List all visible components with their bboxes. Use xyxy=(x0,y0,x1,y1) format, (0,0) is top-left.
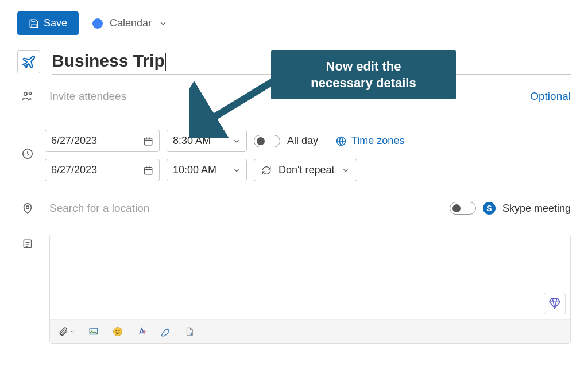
globe-icon xyxy=(335,135,347,147)
end-date-value: 6/27/2023 xyxy=(51,164,136,176)
save-label: Save xyxy=(44,17,67,29)
svg-point-13 xyxy=(26,206,29,209)
emoji-button[interactable] xyxy=(112,326,123,337)
template-button[interactable] xyxy=(184,326,195,337)
font-color-icon xyxy=(136,326,148,337)
chevron-down-icon xyxy=(233,137,241,145)
toggle-knob xyxy=(257,137,265,145)
callout-line1: Now edit the xyxy=(283,59,444,75)
skype-section: S Skype meeting xyxy=(450,202,571,215)
chevron-down-icon xyxy=(233,166,241,174)
tutorial-arrow xyxy=(189,75,281,138)
location-input[interactable]: Search for a location xyxy=(49,202,450,215)
save-button[interactable]: Save xyxy=(17,11,79,35)
end-datetime-line: 6/27/2023 10:00 AM Don't repeat xyxy=(45,159,571,181)
attendees-icon xyxy=(17,90,38,103)
skype-toggle[interactable] xyxy=(450,202,476,215)
time-zones-label: Time zones xyxy=(351,135,404,147)
svg-rect-9 xyxy=(144,167,152,174)
repeat-label: Don't repeat xyxy=(278,164,335,176)
description-icon xyxy=(17,235,38,250)
svg-point-21 xyxy=(116,330,117,331)
location-icon xyxy=(17,202,38,215)
all-day-label: All day xyxy=(287,135,318,147)
svg-line-25 xyxy=(204,81,273,123)
emoji-icon xyxy=(112,326,123,337)
calendar-icon xyxy=(143,165,153,176)
event-title-text: Business Trip xyxy=(52,51,165,70)
datetime-section: 6/27/2023 8:30 AM All day Time zones 6/2… xyxy=(0,122,588,186)
svg-point-20 xyxy=(114,327,122,336)
font-color-button[interactable] xyxy=(136,326,148,337)
airplane-icon xyxy=(21,54,36,69)
chevron-down-icon xyxy=(69,329,75,334)
chevron-down-icon xyxy=(342,166,350,174)
start-date-input[interactable]: 6/27/2023 xyxy=(45,130,160,152)
start-date-value: 6/27/2023 xyxy=(51,135,136,147)
svg-point-0 xyxy=(24,92,28,96)
page-icon xyxy=(184,326,195,337)
diamond-icon xyxy=(548,297,561,310)
attach-button[interactable] xyxy=(58,326,75,337)
location-row: Search for a location S Skype meeting xyxy=(0,197,588,223)
image-button[interactable] xyxy=(88,326,99,337)
callout-line2: necessary details xyxy=(283,75,444,92)
clock-icon xyxy=(17,147,38,160)
chevron-down-icon xyxy=(158,19,168,28)
diamond-button[interactable] xyxy=(544,293,566,314)
time-zones-button[interactable]: Time zones xyxy=(335,135,404,147)
tutorial-callout: Now edit the necessary details xyxy=(271,50,456,99)
end-time-input[interactable]: 10:00 AM xyxy=(167,159,247,181)
end-date-input[interactable]: 6/27/2023 xyxy=(45,159,160,181)
image-icon xyxy=(88,326,99,337)
calendar-picker[interactable]: Calendar xyxy=(92,17,168,29)
start-datetime-line: 6/27/2023 8:30 AM All day Time zones xyxy=(45,130,571,152)
repeat-icon xyxy=(261,165,272,176)
event-type-icon-button[interactable] xyxy=(17,50,40,73)
repeat-input[interactable]: Don't repeat xyxy=(254,159,357,181)
paperclip-icon xyxy=(58,326,68,337)
top-toolbar: Save Calendar xyxy=(0,0,588,44)
calendar-color-dot xyxy=(92,18,103,29)
svg-point-1 xyxy=(29,92,32,95)
skype-icon: S xyxy=(483,202,496,215)
svg-point-22 xyxy=(119,330,120,331)
body-row xyxy=(0,230,588,348)
editor-toolbar xyxy=(50,319,570,343)
svg-rect-3 xyxy=(144,138,152,145)
pen-icon xyxy=(160,326,172,337)
toggle-knob xyxy=(452,204,461,212)
calendar-label: Calendar xyxy=(110,17,152,29)
draw-button[interactable] xyxy=(160,326,172,337)
text-cursor xyxy=(165,53,166,71)
calendar-icon xyxy=(143,136,153,146)
body-editor[interactable] xyxy=(49,235,571,344)
save-icon xyxy=(29,18,39,29)
optional-button[interactable]: Optional xyxy=(530,90,571,103)
skype-label: Skype meeting xyxy=(502,202,571,215)
end-time-value: 10:00 AM xyxy=(173,164,225,176)
